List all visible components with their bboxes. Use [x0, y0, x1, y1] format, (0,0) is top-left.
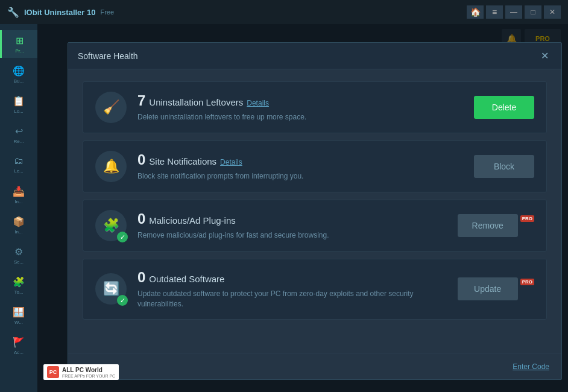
plugins-icon-wrap: 🧩 ✓	[95, 210, 127, 241]
sidebar-item-tools[interactable]: 🧩 To...	[0, 271, 37, 299]
sidebar-item-windows[interactable]: 🪟 W...	[0, 302, 37, 329]
programs-icon: ⊞	[16, 35, 24, 46]
outdated-action: Update PRO	[458, 277, 534, 300]
logs-icon: 📋	[13, 95, 25, 107]
outdated-pro-badge: PRO	[520, 279, 534, 285]
windows-icon: 🪟	[13, 306, 25, 318]
outdated-desc: Update outdated software to protect your…	[137, 289, 447, 309]
sidebar-item-install[interactable]: 📥 In...	[0, 181, 37, 209]
outdated-name: Outdated Software	[149, 274, 224, 284]
sidebar-label-ads: Ac...	[14, 350, 24, 355]
plugins-title-row: 0 Malicious/Ad Plug-ins	[137, 210, 447, 227]
notifications-info: 0 Site Notifications Details Block site …	[137, 151, 463, 182]
dialog-body: 🧹 7 Uninstallation Leftovers Details Del…	[68, 69, 561, 353]
app-icon: 🔧	[7, 7, 19, 18]
sidebar: ⊞ Pr... 🌐 Bu... 📋 Lo... ↩ Re... 🗂 Le... …	[0, 24, 37, 392]
browsers-icon: 🌐	[13, 65, 25, 77]
main-content: 🔔 PRO Software Health ✕ 🧹	[37, 24, 568, 392]
block-button[interactable]: Block	[474, 155, 534, 178]
sidebar-label-browsers: Bu...	[14, 78, 24, 84]
app-title: IObit Uninstaller 10	[24, 8, 95, 17]
outdated-count: 0	[137, 269, 145, 286]
plugins-icon: 🧩	[103, 218, 119, 233]
app-subtitle: Free	[100, 8, 114, 16]
outdated-badge: ✓	[117, 295, 128, 306]
notifications-icon: 🔔	[103, 159, 119, 174]
sidebar-item-leftover[interactable]: 🗂 Le...	[0, 151, 37, 179]
leftovers-desc: Delete uninstallation leftovers to free …	[137, 112, 463, 122]
leftover-icon: 🗂	[14, 156, 24, 166]
plugins-badge: ✓	[117, 232, 128, 242]
sidebar-item-programs[interactable]: ⊞ Pr...	[0, 30, 37, 58]
notifications-action: Block	[474, 155, 534, 178]
notifications-desc: Block site notification prompts from int…	[137, 171, 463, 182]
leftovers-name: Uninstallation Leftovers	[149, 97, 243, 107]
sidebar-label-restore: Re...	[14, 139, 24, 144]
app-window: 🔧 IObit Uninstaller 10 Free 🏠 ≡ — □ ✕ ⊞ …	[0, 0, 568, 392]
title-bar-right: 🏠 ≡ — □ ✕	[467, 5, 561, 19]
sidebar-item-browsers[interactable]: 🌐 Bu...	[0, 60, 37, 88]
close-button[interactable]: ✕	[544, 5, 561, 19]
notifications-count: 0	[137, 151, 145, 168]
sidebar-label-leftover: Le...	[14, 168, 24, 174]
watermark: PC ALL PC World FREE APPs FOR YOUR PC	[43, 364, 119, 380]
dialog-header: Software Health ✕	[68, 43, 561, 69]
titlebar-icon1[interactable]: 🏠	[467, 5, 484, 19]
leftovers-icon: 🧹	[103, 100, 119, 115]
plugins-desc: Remove malicious/ad plug-ins for fast an…	[137, 230, 447, 241]
dialog-close-button[interactable]: ✕	[537, 49, 552, 63]
watermark-logo: PC	[47, 366, 59, 378]
watermark-text-wrap: ALL PC World FREE APPs FOR YOUR PC	[62, 367, 115, 378]
leftovers-action: Delete	[474, 96, 534, 119]
health-card-notifications: 🔔 0 Site Notifications Details Block sit…	[83, 141, 547, 192]
leftovers-info: 7 Uninstallation Leftovers Details Delet…	[137, 92, 463, 122]
sidebar-item-instmon[interactable]: 📦 In...	[0, 211, 37, 239]
enter-code-link[interactable]: Enter Code	[513, 362, 549, 371]
watermark-title: ALL PC World	[62, 367, 115, 374]
plugins-name: Malicious/Ad Plug-ins	[149, 215, 235, 226]
dialog-title: Software Health	[78, 51, 138, 61]
health-card-outdated: 🔄 ✓ 0 Outdated Software Update outdated …	[83, 259, 547, 320]
watermark-subtitle: FREE APPs FOR YOUR PC	[62, 374, 115, 378]
leftovers-count: 7	[137, 92, 145, 109]
update-button[interactable]: Update	[458, 277, 518, 300]
tools-icon: 🧩	[13, 276, 25, 288]
sidebar-label-logs: Lo...	[14, 109, 24, 114]
leftovers-icon-wrap: 🧹	[95, 92, 127, 123]
outdated-icon-wrap: 🔄 ✓	[95, 273, 127, 305]
leftovers-title-row: 7 Uninstallation Leftovers Details	[137, 92, 463, 109]
sidebar-label-programs: Pr...	[15, 48, 24, 54]
plugins-info: 0 Malicious/Ad Plug-ins Remove malicious…	[137, 210, 447, 241]
title-bar-left: 🔧 IObit Uninstaller 10 Free	[7, 7, 114, 18]
sidebar-label-tools: To...	[14, 289, 23, 295]
sidebar-label-windows: W...	[14, 320, 23, 325]
sidebar-item-logs[interactable]: 📋 Lo...	[0, 90, 37, 118]
delete-button[interactable]: Delete	[474, 96, 534, 119]
sidebar-item-settings[interactable]: ⚙ Sc...	[0, 241, 37, 269]
health-card-leftovers: 🧹 7 Uninstallation Leftovers Details Del…	[83, 81, 547, 133]
outdated-info: 0 Outdated Software Update outdated soft…	[137, 269, 447, 309]
sidebar-item-ads[interactable]: 🚩 Ac...	[0, 332, 37, 359]
ads-icon: 🚩	[13, 337, 25, 348]
sidebar-label-settings: Sc...	[14, 259, 24, 265]
remove-button[interactable]: Remove	[458, 214, 518, 237]
sidebar-item-restore[interactable]: ↩ Re...	[0, 121, 37, 148]
software-health-dialog: Software Health ✕ 🧹 7 Uninstallation Lef…	[68, 42, 562, 380]
sidebar-label-install: In...	[14, 199, 22, 204]
maximize-button[interactable]: □	[525, 5, 541, 19]
plugins-pro-badge: PRO	[520, 215, 534, 222]
outdated-title-row: 0 Outdated Software	[137, 269, 447, 286]
title-bar: 🔧 IObit Uninstaller 10 Free 🏠 ≡ — □ ✕	[0, 0, 568, 24]
plugins-count: 0	[137, 210, 145, 227]
leftovers-details-link[interactable]: Details	[247, 99, 269, 107]
notifications-icon-wrap: 🔔	[95, 151, 127, 182]
plugins-action: Remove PRO	[458, 214, 534, 237]
minimize-button[interactable]: —	[505, 5, 522, 19]
titlebar-icon2[interactable]: ≡	[486, 5, 503, 19]
health-card-plugins: 🧩 ✓ 0 Malicious/Ad Plug-ins Remove malic…	[83, 200, 547, 251]
sidebar-label-instmon: In...	[14, 229, 22, 235]
notifications-title-row: 0 Site Notifications Details	[137, 151, 463, 168]
notifications-details-link[interactable]: Details	[220, 158, 242, 166]
dialog-footer: Enter Code	[68, 353, 561, 379]
watermark-logo-text: PC	[49, 369, 57, 375]
